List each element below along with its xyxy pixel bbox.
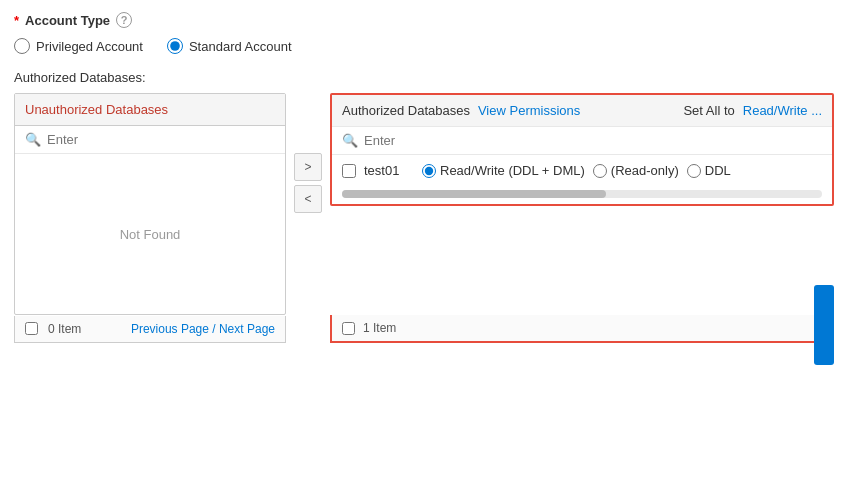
- set-all-text: Set All to: [683, 103, 734, 118]
- move-left-button[interactable]: <: [294, 185, 322, 213]
- authorized-search-box: 🔍: [332, 127, 832, 155]
- panels-bottom-bar: 0 Item Previous Page / Next Page 1 Item: [14, 315, 834, 343]
- account-type-label: Account Type: [25, 13, 110, 28]
- privileged-account-radio[interactable]: [14, 38, 30, 54]
- left-item-count: 0 Item: [48, 322, 81, 336]
- authorized-databases-panel: Authorized Databases View Permissions Se…: [330, 93, 834, 206]
- ddl-option[interactable]: DDL: [687, 163, 731, 178]
- unauthorized-databases-panel: Unauthorized Databases 🔍 Not Found: [14, 93, 286, 315]
- horizontal-scroll-row: [332, 186, 832, 204]
- read-only-radio[interactable]: [593, 164, 607, 178]
- next-page-link[interactable]: Next Page: [219, 322, 275, 336]
- prev-page-link[interactable]: Previous Page: [131, 322, 209, 336]
- search-icon-right: 🔍: [342, 133, 358, 148]
- transfer-arrows: > <: [286, 153, 330, 213]
- authorized-search-input[interactable]: [364, 133, 822, 148]
- read-write-radio[interactable]: [422, 164, 436, 178]
- read-write-link[interactable]: Read/Write ...: [743, 103, 822, 118]
- scroll-track[interactable]: [342, 190, 822, 198]
- account-type-radio-group: Privileged Account Standard Account: [14, 38, 834, 54]
- view-permissions-link[interactable]: View Permissions: [478, 103, 580, 118]
- required-marker: *: [14, 13, 19, 28]
- read-write-option[interactable]: Read/Write (DDL + DML): [422, 163, 585, 178]
- standard-account-radio[interactable]: [167, 38, 183, 54]
- scroll-thumb: [342, 190, 606, 198]
- authorized-panel-title: Authorized Databases: [342, 103, 470, 118]
- help-icon[interactable]: ?: [116, 12, 132, 28]
- db-name: test01: [364, 163, 414, 178]
- left-panel-footer: 0 Item Previous Page / Next Page: [14, 316, 286, 343]
- page-navigation: Previous Page / Next Page: [131, 322, 275, 336]
- database-row: test01 Read/Write (DDL + DML) (Read-only…: [332, 155, 832, 186]
- account-type-title: * Account Type ?: [14, 12, 834, 28]
- not-found-text: Not Found: [120, 227, 181, 242]
- standard-account-option[interactable]: Standard Account: [167, 38, 292, 54]
- page-nav-separator: /: [212, 322, 215, 336]
- authorized-databases-label: Authorized Databases:: [14, 70, 834, 85]
- vertical-scroll-button[interactable]: [814, 285, 834, 365]
- search-icon-left: 🔍: [25, 132, 41, 147]
- read-only-option[interactable]: (Read-only): [593, 163, 679, 178]
- account-type-section: * Account Type ? Privileged Account Stan…: [14, 12, 834, 54]
- unauthorized-search-box: 🔍: [15, 126, 285, 154]
- privileged-account-option[interactable]: Privileged Account: [14, 38, 143, 54]
- right-item-count: 1 Item: [363, 321, 396, 335]
- left-select-all-checkbox[interactable]: [25, 322, 38, 335]
- move-right-button[interactable]: >: [294, 153, 322, 181]
- read-only-label: (Read-only): [611, 163, 679, 178]
- right-select-all-checkbox[interactable]: [342, 322, 355, 335]
- right-panel-footer: 1 Item: [330, 315, 834, 343]
- unauthorized-panel-header: Unauthorized Databases: [15, 94, 285, 126]
- db-row-checkbox[interactable]: [342, 164, 356, 178]
- ddl-radio[interactable]: [687, 164, 701, 178]
- authorized-panel-header: Authorized Databases View Permissions Se…: [332, 95, 832, 127]
- unauthorized-search-input[interactable]: [47, 132, 275, 147]
- databases-panels: Unauthorized Databases 🔍 Not Found > < A…: [14, 93, 834, 315]
- read-write-label: Read/Write (DDL + DML): [440, 163, 585, 178]
- standard-account-label: Standard Account: [189, 39, 292, 54]
- privileged-account-label: Privileged Account: [36, 39, 143, 54]
- unauthorized-panel-empty: Not Found: [15, 154, 285, 314]
- ddl-label: DDL: [705, 163, 731, 178]
